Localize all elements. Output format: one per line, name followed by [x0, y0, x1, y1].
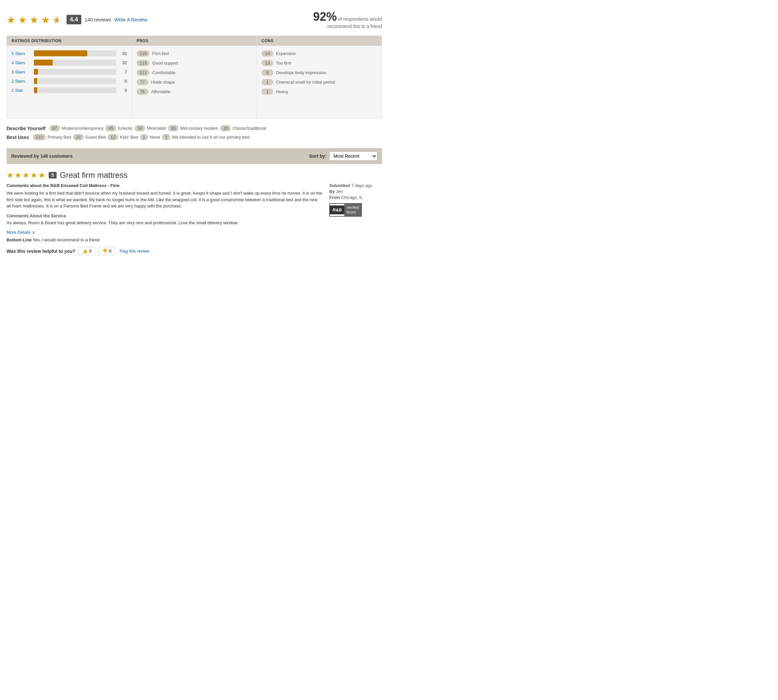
bu-item-1: 22 Guest Bed	[73, 134, 106, 140]
dy-item-1: 45 Eclectic	[105, 125, 132, 132]
submitted-label: Submitted	[329, 183, 350, 188]
review-title: Great firm mattress	[60, 170, 127, 180]
rating-label-1[interactable]: 1 Star	[12, 88, 31, 93]
rating-label-2[interactable]: 2 Stars	[12, 79, 31, 83]
con-count-3: 1	[262, 79, 273, 85]
star-1: ★	[7, 14, 17, 25]
by-label: By	[329, 189, 335, 194]
bar-fill-2	[34, 78, 37, 84]
flag-review-link[interactable]: Flag this review	[120, 248, 149, 253]
review-card: ★ ★ ★ ★ ★ 5 Great firm mattress Comments…	[7, 170, 382, 255]
verified-badge: R&B VerifiedBuyer	[329, 203, 362, 217]
rev-star-3: ★	[22, 170, 30, 180]
ratings-distribution-section: RATINGS DISTRIBUTION 5 Stars 91 4 Stars …	[7, 36, 132, 118]
thumbs-up-count: 0	[89, 248, 92, 253]
bar-container-4	[34, 60, 116, 65]
cons-body: 14 Expensive 13 Too firm 8 Develops body…	[257, 46, 382, 118]
dy-count-0: 67	[49, 125, 60, 132]
pro-count-0: 119	[137, 50, 150, 57]
sort-by-label: Sort by:	[309, 153, 327, 159]
bu-count-2: 12	[108, 134, 118, 140]
bottom-line: Bottom Line Yes, I would recommend to a …	[7, 237, 323, 242]
thumbs-down-button[interactable]: 👎 0	[98, 247, 115, 255]
submitted-line: Submitted 7 days ago	[329, 183, 382, 188]
bar-container-5	[34, 50, 116, 56]
pros-body: 119 Firm feel 113 Good support 111 Comfo…	[132, 46, 257, 118]
three-columns: RATINGS DISTRIBUTION 5 Stars 91 4 Stars …	[7, 35, 382, 118]
review-stars: ★ ★ ★ ★ ★	[7, 170, 45, 180]
rating-label-3[interactable]: 3 Stars	[12, 70, 31, 74]
more-details-link[interactable]: More Details ∨	[7, 230, 323, 235]
dy-count-1: 45	[105, 125, 116, 132]
dy-item-4: 20 Classic/traditional	[220, 125, 266, 132]
bu-count-1: 22	[73, 134, 83, 140]
con-count-4: 1	[262, 88, 273, 95]
rating-row-5: 5 Stars 91	[12, 50, 127, 56]
con-item-1: 13 Too firm	[262, 60, 377, 66]
rating-count-4: 32	[119, 60, 127, 65]
cons-section: CONS 14 Expensive 13 Too firm 8 Develops…	[257, 36, 382, 118]
star-5: ★ ★	[53, 14, 63, 25]
bu-label-3: None	[150, 135, 160, 140]
star-3: ★	[30, 14, 40, 25]
pro-item-4: 76 Affordable	[137, 88, 252, 95]
review-count: 140 reviews	[85, 17, 111, 22]
rating-label-5[interactable]: 5 Stars	[12, 51, 31, 56]
pro-item-3: 77 Holds shape	[137, 79, 252, 85]
service-text: As always, Room & Board has great delive…	[7, 220, 323, 226]
bar-fill-1	[34, 87, 37, 93]
con-label-1: Too firm	[276, 61, 291, 65]
ratings-distribution-body: 5 Stars 91 4 Stars 32 3 Stars 7	[7, 46, 132, 118]
pro-label-2: Comfortable	[152, 70, 175, 75]
dy-count-2: 34	[135, 125, 145, 132]
review-main: Comments about the R&B Encased Coil Matt…	[7, 183, 323, 255]
con-label-4: Heavy	[276, 89, 288, 94]
rating-count-3: 7	[119, 70, 127, 74]
from-val: Chicago, IL	[341, 195, 363, 200]
con-count-1: 13	[262, 60, 273, 66]
helpful-label: Was this review helpful to you?	[7, 248, 75, 254]
rating-count-2: 5	[119, 79, 127, 83]
thumbs-up-button[interactable]: 👍 0	[79, 247, 95, 255]
pro-label-0: Firm feel	[152, 51, 169, 56]
bu-label-4: We intended to use it on our primary bed…	[172, 135, 250, 140]
dy-count-4: 20	[220, 125, 231, 132]
con-label-3: Chemical smell for initial period	[276, 80, 335, 85]
more-details-text: More Details	[7, 230, 31, 235]
thumbs-down-count: 0	[109, 248, 111, 253]
pros-header: PROS	[132, 36, 257, 46]
bu-count-0: 123	[33, 134, 46, 140]
star-2: ★	[18, 14, 28, 25]
verified-text: VerifiedBuyer	[344, 204, 361, 216]
pro-count-4: 76	[137, 88, 148, 95]
write-review-link[interactable]: Write A Review	[114, 17, 148, 22]
review-body-text: We were looking for a firm bed that didn…	[7, 190, 323, 209]
rating-count-1: 5	[119, 88, 127, 93]
dy-label-3: Mid-century modern	[180, 126, 218, 131]
sort-by-container: Sort by: Most Recent Most Helpful Highes…	[309, 152, 377, 161]
review-title-row: ★ ★ ★ ★ ★ 5 Great firm mattress	[7, 170, 382, 180]
bu-label-0: Primary Bed	[47, 135, 71, 140]
review-meta: Submitted 7 days ago By Jen From Chicago…	[329, 183, 382, 255]
rating-label-4[interactable]: 4 Stars	[12, 60, 31, 65]
describe-yourself-row: Describe Yourself 67 Modern/contemporary…	[7, 125, 382, 132]
con-item-3: 1 Chemical smell for initial period	[262, 79, 377, 85]
star-4: ★	[41, 14, 52, 25]
by-line: By Jen	[329, 189, 382, 194]
bar-fill-3	[34, 69, 38, 75]
pro-label-1: Good support	[152, 61, 178, 65]
pro-item-0: 119 Firm feel	[137, 50, 252, 57]
rating-row-2: 2 Stars 5	[12, 78, 127, 84]
recommend-pct: 92%	[313, 10, 337, 23]
dy-label-0: Modern/contemporary	[62, 126, 103, 131]
best-uses-label: Best Uses	[7, 135, 29, 140]
con-item-0: 14 Expensive	[262, 50, 377, 57]
bottom-line-label: Bottom Line	[7, 237, 32, 242]
pro-count-2: 111	[137, 70, 150, 76]
dy-count-3: 30	[168, 125, 178, 132]
sort-select[interactable]: Most Recent Most Helpful Highest Rating …	[329, 152, 377, 161]
best-uses-row: Best Uses 123 Primary Bed 22 Guest Bed 1…	[7, 134, 382, 140]
dy-label-1: Eclectic	[118, 126, 133, 131]
verified-logo: R&B	[330, 205, 344, 214]
con-item-4: 1 Heavy	[262, 88, 377, 95]
